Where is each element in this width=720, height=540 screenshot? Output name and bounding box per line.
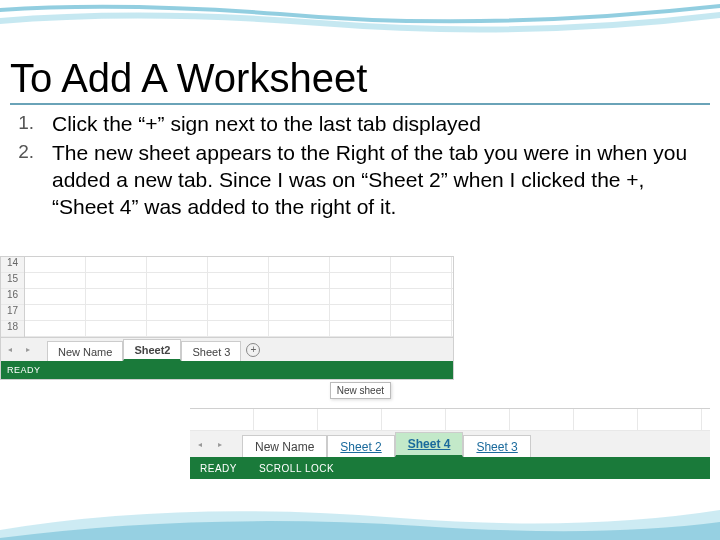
new-sheet-button[interactable]: +	[241, 338, 265, 361]
sheet-tab-sheet3[interactable]: Sheet 3	[463, 435, 530, 457]
row-headers: 14 15 16 17 18	[1, 257, 25, 337]
tab-scroll-right-icon[interactable]: ▸	[210, 431, 230, 457]
spreadsheet-grid: 14 15 16 17 18	[1, 257, 453, 337]
step-list: 1. Click the “+” sign next to the last t…	[10, 111, 710, 221]
excel-screenshot-after: ◂ ▸ New Name Sheet 2 Sheet 4 Sheet 3 REA…	[190, 408, 710, 479]
grid-row[interactable]	[190, 409, 710, 431]
row-header[interactable]: 18	[1, 321, 24, 337]
row-header[interactable]: 17	[1, 305, 24, 321]
status-ready: READY	[200, 463, 237, 474]
sheet-tab-new-name[interactable]: New Name	[242, 435, 327, 457]
new-sheet-tooltip: New sheet	[330, 382, 391, 399]
step-item: 2. The new sheet appears to the Right of…	[14, 140, 710, 221]
slide-decoration-top	[0, 0, 720, 56]
row-header[interactable]: 16	[1, 289, 24, 305]
step-item: 1. Click the “+” sign next to the last t…	[14, 111, 710, 138]
status-ready: READY	[7, 365, 41, 375]
tab-scroll-right-icon[interactable]: ▸	[19, 338, 37, 361]
sheet-tab-bar: ◂ ▸ New Name Sheet2 Sheet 3 +	[1, 337, 453, 361]
status-bar: READY	[1, 361, 453, 379]
step-text: The new sheet appears to the Right of th…	[52, 140, 710, 221]
sheet-tab-sheet4[interactable]: Sheet 4	[395, 432, 464, 457]
tab-scroll-left-icon[interactable]: ◂	[1, 338, 19, 361]
slide-decoration-bottom	[0, 480, 720, 540]
slide-content: To Add A Worksheet 1. Click the “+” sign…	[0, 56, 720, 223]
row-header[interactable]: 14	[1, 257, 24, 273]
status-bar: READY SCROLL LOCK	[190, 457, 710, 479]
sheet-tab-sheet3[interactable]: Sheet 3	[181, 341, 241, 361]
step-number: 1.	[14, 111, 34, 138]
plus-icon: +	[246, 343, 260, 357]
step-number: 2.	[14, 140, 34, 221]
row-header[interactable]: 15	[1, 273, 24, 289]
sheet-tab-sheet2[interactable]: Sheet 2	[327, 435, 394, 457]
sheet-tab-new-name[interactable]: New Name	[47, 341, 123, 361]
sheet-tab-bar: ◂ ▸ New Name Sheet 2 Sheet 4 Sheet 3	[190, 431, 710, 457]
step-text: Click the “+” sign next to the last tab …	[52, 111, 710, 138]
tab-scroll-left-icon[interactable]: ◂	[190, 431, 210, 457]
grid-cells[interactable]	[25, 257, 453, 337]
sheet-tab-sheet2[interactable]: Sheet2	[123, 339, 181, 361]
slide-title: To Add A Worksheet	[10, 56, 710, 105]
status-scroll-lock: SCROLL LOCK	[259, 463, 334, 474]
excel-screenshot-before: 14 15 16 17 18 ◂ ▸ New Name Sheet2 Sheet…	[0, 256, 454, 380]
